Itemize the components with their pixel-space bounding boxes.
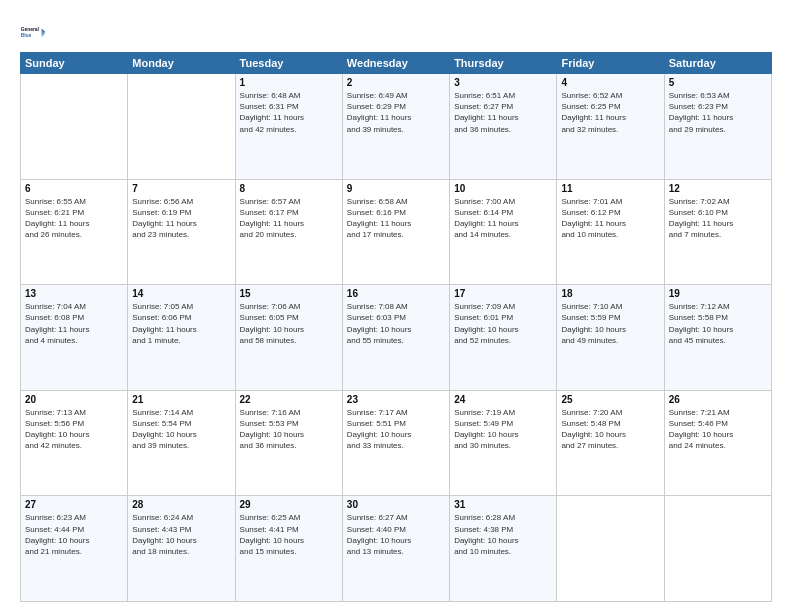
day-cell (557, 496, 664, 602)
day-info: Sunrise: 7:17 AM Sunset: 5:51 PM Dayligh… (347, 407, 445, 452)
day-number: 7 (132, 183, 230, 194)
day-info: Sunrise: 6:27 AM Sunset: 4:40 PM Dayligh… (347, 512, 445, 557)
day-info: Sunrise: 7:04 AM Sunset: 6:08 PM Dayligh… (25, 301, 123, 346)
day-number: 2 (347, 77, 445, 88)
day-number: 24 (454, 394, 552, 405)
day-cell: 13Sunrise: 7:04 AM Sunset: 6:08 PM Dayli… (21, 285, 128, 391)
day-info: Sunrise: 7:05 AM Sunset: 6:06 PM Dayligh… (132, 301, 230, 346)
day-info: Sunrise: 7:09 AM Sunset: 6:01 PM Dayligh… (454, 301, 552, 346)
day-info: Sunrise: 6:23 AM Sunset: 4:44 PM Dayligh… (25, 512, 123, 557)
day-cell: 3Sunrise: 6:51 AM Sunset: 6:27 PM Daylig… (450, 74, 557, 180)
day-cell: 16Sunrise: 7:08 AM Sunset: 6:03 PM Dayli… (342, 285, 449, 391)
page: GeneralBlue SundayMondayTuesdayWednesday… (0, 0, 792, 612)
week-row: 6Sunrise: 6:55 AM Sunset: 6:21 PM Daylig… (21, 179, 772, 285)
logo-icon: GeneralBlue (20, 18, 48, 46)
day-cell: 2Sunrise: 6:49 AM Sunset: 6:29 PM Daylig… (342, 74, 449, 180)
day-header: Tuesday (235, 53, 342, 74)
day-number: 18 (561, 288, 659, 299)
day-number: 13 (25, 288, 123, 299)
day-info: Sunrise: 6:25 AM Sunset: 4:41 PM Dayligh… (240, 512, 338, 557)
day-number: 19 (669, 288, 767, 299)
day-cell: 25Sunrise: 7:20 AM Sunset: 5:48 PM Dayli… (557, 390, 664, 496)
day-cell: 15Sunrise: 7:06 AM Sunset: 6:05 PM Dayli… (235, 285, 342, 391)
svg-text:General: General (21, 27, 40, 32)
day-cell: 26Sunrise: 7:21 AM Sunset: 5:46 PM Dayli… (664, 390, 771, 496)
day-number: 21 (132, 394, 230, 405)
day-number: 14 (132, 288, 230, 299)
day-cell: 10Sunrise: 7:00 AM Sunset: 6:14 PM Dayli… (450, 179, 557, 285)
day-info: Sunrise: 6:53 AM Sunset: 6:23 PM Dayligh… (669, 90, 767, 135)
week-row: 20Sunrise: 7:13 AM Sunset: 5:56 PM Dayli… (21, 390, 772, 496)
day-number: 22 (240, 394, 338, 405)
day-info: Sunrise: 7:02 AM Sunset: 6:10 PM Dayligh… (669, 196, 767, 241)
day-number: 1 (240, 77, 338, 88)
day-info: Sunrise: 7:16 AM Sunset: 5:53 PM Dayligh… (240, 407, 338, 452)
day-info: Sunrise: 6:48 AM Sunset: 6:31 PM Dayligh… (240, 90, 338, 135)
day-info: Sunrise: 6:56 AM Sunset: 6:19 PM Dayligh… (132, 196, 230, 241)
day-header: Friday (557, 53, 664, 74)
header-row: SundayMondayTuesdayWednesdayThursdayFrid… (21, 53, 772, 74)
day-number: 11 (561, 183, 659, 194)
day-cell: 21Sunrise: 7:14 AM Sunset: 5:54 PM Dayli… (128, 390, 235, 496)
day-info: Sunrise: 6:24 AM Sunset: 4:43 PM Dayligh… (132, 512, 230, 557)
day-cell (664, 496, 771, 602)
day-number: 29 (240, 499, 338, 510)
day-header: Monday (128, 53, 235, 74)
day-info: Sunrise: 7:01 AM Sunset: 6:12 PM Dayligh… (561, 196, 659, 241)
day-cell (128, 74, 235, 180)
day-number: 27 (25, 499, 123, 510)
day-number: 28 (132, 499, 230, 510)
day-number: 3 (454, 77, 552, 88)
day-number: 6 (25, 183, 123, 194)
day-cell: 24Sunrise: 7:19 AM Sunset: 5:49 PM Dayli… (450, 390, 557, 496)
day-cell: 14Sunrise: 7:05 AM Sunset: 6:06 PM Dayli… (128, 285, 235, 391)
day-cell: 30Sunrise: 6:27 AM Sunset: 4:40 PM Dayli… (342, 496, 449, 602)
day-number: 23 (347, 394, 445, 405)
day-info: Sunrise: 7:20 AM Sunset: 5:48 PM Dayligh… (561, 407, 659, 452)
day-cell: 27Sunrise: 6:23 AM Sunset: 4:44 PM Dayli… (21, 496, 128, 602)
day-cell: 8Sunrise: 6:57 AM Sunset: 6:17 PM Daylig… (235, 179, 342, 285)
week-row: 1Sunrise: 6:48 AM Sunset: 6:31 PM Daylig… (21, 74, 772, 180)
day-cell: 17Sunrise: 7:09 AM Sunset: 6:01 PM Dayli… (450, 285, 557, 391)
day-info: Sunrise: 7:08 AM Sunset: 6:03 PM Dayligh… (347, 301, 445, 346)
day-number: 5 (669, 77, 767, 88)
day-info: Sunrise: 7:14 AM Sunset: 5:54 PM Dayligh… (132, 407, 230, 452)
day-number: 25 (561, 394, 659, 405)
day-cell: 23Sunrise: 7:17 AM Sunset: 5:51 PM Dayli… (342, 390, 449, 496)
day-info: Sunrise: 6:28 AM Sunset: 4:38 PM Dayligh… (454, 512, 552, 557)
day-number: 10 (454, 183, 552, 194)
week-row: 27Sunrise: 6:23 AM Sunset: 4:44 PM Dayli… (21, 496, 772, 602)
day-number: 9 (347, 183, 445, 194)
day-cell: 31Sunrise: 6:28 AM Sunset: 4:38 PM Dayli… (450, 496, 557, 602)
day-info: Sunrise: 7:10 AM Sunset: 5:59 PM Dayligh… (561, 301, 659, 346)
svg-text:Blue: Blue (21, 33, 32, 38)
calendar-table: SundayMondayTuesdayWednesdayThursdayFrid… (20, 52, 772, 602)
day-cell: 7Sunrise: 6:56 AM Sunset: 6:19 PM Daylig… (128, 179, 235, 285)
week-row: 13Sunrise: 7:04 AM Sunset: 6:08 PM Dayli… (21, 285, 772, 391)
day-cell: 22Sunrise: 7:16 AM Sunset: 5:53 PM Dayli… (235, 390, 342, 496)
day-info: Sunrise: 7:21 AM Sunset: 5:46 PM Dayligh… (669, 407, 767, 452)
day-number: 17 (454, 288, 552, 299)
day-info: Sunrise: 6:58 AM Sunset: 6:16 PM Dayligh… (347, 196, 445, 241)
day-number: 16 (347, 288, 445, 299)
day-header: Saturday (664, 53, 771, 74)
day-cell: 4Sunrise: 6:52 AM Sunset: 6:25 PM Daylig… (557, 74, 664, 180)
day-cell: 20Sunrise: 7:13 AM Sunset: 5:56 PM Dayli… (21, 390, 128, 496)
day-cell: 19Sunrise: 7:12 AM Sunset: 5:58 PM Dayli… (664, 285, 771, 391)
day-cell: 29Sunrise: 6:25 AM Sunset: 4:41 PM Dayli… (235, 496, 342, 602)
day-info: Sunrise: 7:00 AM Sunset: 6:14 PM Dayligh… (454, 196, 552, 241)
day-cell: 11Sunrise: 7:01 AM Sunset: 6:12 PM Dayli… (557, 179, 664, 285)
day-info: Sunrise: 6:52 AM Sunset: 6:25 PM Dayligh… (561, 90, 659, 135)
header: GeneralBlue (20, 18, 772, 46)
day-cell: 12Sunrise: 7:02 AM Sunset: 6:10 PM Dayli… (664, 179, 771, 285)
day-number: 8 (240, 183, 338, 194)
day-info: Sunrise: 6:49 AM Sunset: 6:29 PM Dayligh… (347, 90, 445, 135)
day-info: Sunrise: 6:55 AM Sunset: 6:21 PM Dayligh… (25, 196, 123, 241)
day-number: 30 (347, 499, 445, 510)
day-cell: 6Sunrise: 6:55 AM Sunset: 6:21 PM Daylig… (21, 179, 128, 285)
logo: GeneralBlue (20, 18, 48, 46)
day-cell: 28Sunrise: 6:24 AM Sunset: 4:43 PM Dayli… (128, 496, 235, 602)
day-cell: 18Sunrise: 7:10 AM Sunset: 5:59 PM Dayli… (557, 285, 664, 391)
day-cell (21, 74, 128, 180)
day-number: 12 (669, 183, 767, 194)
